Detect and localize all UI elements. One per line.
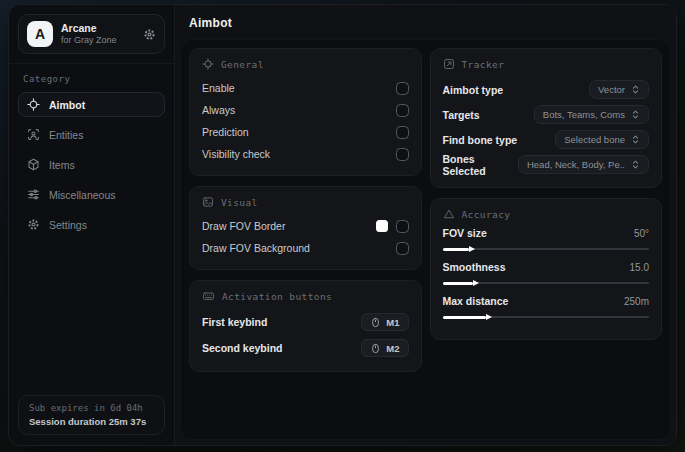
image-icon [202,196,214,208]
visual-card-title: Visual [221,197,258,208]
fov-size-row: FOV size 50° [443,227,650,250]
smoothness-slider-fill [443,282,474,285]
bones-selected-label: Bones Selected [443,153,518,177]
gear-icon[interactable] [143,28,156,41]
second-keybind-value: M2 [386,343,399,354]
brand-header: A Arcane for Gray Zone [18,14,165,54]
general-card-title: General [221,59,264,70]
left-column: General Enable Always Prediction [189,48,422,372]
bones-selected-select[interactable]: Head, Neck, Body, Pe.. [518,155,649,174]
max-distance-slider-fill [443,316,486,319]
max-distance-slider[interactable] [443,316,650,318]
content-panel: General Enable Always Prediction [180,39,671,440]
find-bone-type-label: Find bone type [443,134,518,146]
draw-fov-border-label: Draw FOV Border [202,220,285,232]
brand-subtitle: for Gray Zone [61,35,135,46]
tracker-card: Tracker Aimbot type Vector [430,48,663,188]
setting-row: Aimbot type Vector [443,77,650,102]
second-keybind-button[interactable]: M2 [361,339,408,357]
max-distance-value: 250m [624,296,649,307]
general-card: General Enable Always Prediction [189,48,422,176]
setting-row: Targets Bots, Teams, Coms [443,102,650,127]
page-title: Aimbot [189,16,662,30]
target-box-icon [443,58,455,70]
unfold-icon [631,109,640,120]
crosshair-icon [202,58,214,70]
setting-row: Prediction [202,121,409,143]
targets-value: Bots, Teams, Coms [543,109,625,120]
aimbot-type-value: Vector [598,84,625,95]
main-header: Aimbot [175,5,676,39]
subscription-info: Sub expires in 6d 04h Session duration 2… [18,395,165,435]
unfold-icon [631,84,640,95]
tracker-card-header: Tracker [443,58,650,70]
session-duration-text: Session duration 25m 37s [29,416,154,427]
activation-card-title: Activation buttons [222,291,332,302]
crosshair-icon [27,98,40,111]
screen: A Arcane for Gray Zone Category [0,0,685,452]
prediction-checkbox[interactable] [396,126,409,139]
package-icon [27,158,40,171]
general-card-header: General [202,58,409,70]
always-label: Always [202,104,235,116]
fov-border-controls [376,220,409,233]
visual-card: Visual Draw FOV Border Draw FOV Backgrou… [189,186,422,270]
category-label: Category [23,74,165,84]
brand-logo: A [27,21,53,47]
sidebar-item-miscellaneous[interactable]: Miscellaneous [18,182,165,207]
smoothness-slider[interactable] [443,282,650,284]
draw-fov-border-checkbox[interactable] [396,220,409,233]
prediction-label: Prediction [202,126,249,138]
gear-icon [27,218,40,231]
aimbot-type-label: Aimbot type [443,84,504,96]
right-column: Tracker Aimbot type Vector [430,48,663,340]
visibility-check-checkbox[interactable] [396,148,409,161]
sidebar-item-label: Miscellaneous [49,189,116,201]
targets-select[interactable]: Bots, Teams, Coms [534,105,649,124]
setting-row: Second keybind M2 [202,335,409,361]
fov-size-label: FOV size [443,227,487,239]
setting-row: Draw FOV Border [202,215,409,237]
fov-size-slider[interactable] [443,248,650,250]
sidebar-item-label: Aimbot [49,99,85,111]
sliders-icon [27,188,40,201]
sidebar-nav: Aimbot Entities [18,92,165,237]
enable-checkbox[interactable] [396,82,409,95]
max-distance-label: Max distance [443,295,509,307]
arcane-window: A Arcane for Gray Zone Category [8,4,677,446]
setting-row: Bones Selected Head, Neck, Body, Pe.. [443,152,650,177]
tracker-card-title: Tracker [462,59,505,70]
accuracy-card: Accuracy FOV size 50° [430,198,663,340]
bones-selected-value: Head, Neck, Body, Pe.. [527,159,625,170]
sidebar-item-settings[interactable]: Settings [18,212,165,237]
setting-row: Draw FOV Background [202,237,409,259]
fov-border-color-swatch[interactable] [376,220,388,232]
sidebar-item-label: Settings [49,219,87,231]
brand-name: Arcane [61,22,135,35]
second-keybind-label: Second keybind [202,342,283,354]
sidebar-item-entities[interactable]: Entities [18,122,165,147]
triangle-icon [443,208,455,220]
person-scan-icon [27,128,40,141]
draw-fov-background-checkbox[interactable] [396,242,409,255]
first-keybind-value: M1 [386,317,399,328]
sidebar-item-items[interactable]: Items [18,152,165,177]
unfold-icon [631,159,640,170]
setting-row: Always [202,99,409,121]
aimbot-type-select[interactable]: Vector [589,80,649,99]
setting-row: Visibility check [202,143,409,165]
visual-card-header: Visual [202,196,409,208]
smoothness-label: Smoothness [443,261,506,273]
sidebar-item-aimbot[interactable]: Aimbot [18,92,165,117]
setting-row: Find bone type Selected bone [443,127,650,152]
activation-card-header: Activation buttons [202,290,409,302]
accuracy-card-title: Accuracy [462,209,511,220]
setting-row: Enable [202,77,409,99]
setting-row: First keybind M1 [202,309,409,335]
first-keybind-button[interactable]: M1 [361,313,408,331]
find-bone-type-select[interactable]: Selected bone [555,130,649,149]
mouse-icon [370,343,381,354]
fov-size-slider-fill [443,248,470,251]
always-checkbox[interactable] [396,104,409,117]
fov-size-value: 50° [634,228,649,239]
